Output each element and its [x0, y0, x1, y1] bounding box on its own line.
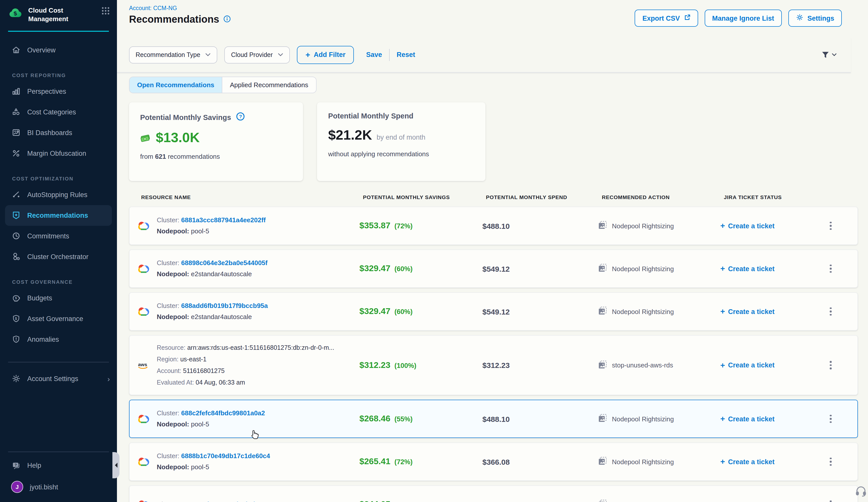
sidebar-collapse-handle[interactable] [112, 452, 120, 478]
table-row[interactable]: awsResource: arn:aws:rds:us-east-1:51161… [129, 335, 858, 395]
cluster-link[interactable]: 68898c064e3e2ba0e544005f [181, 259, 268, 266]
tab-open-recommendations[interactable]: Open Recommendations [130, 77, 222, 93]
cluster-link[interactable]: 6888b1c70e49db17c1de60c4 [181, 452, 270, 460]
info-icon[interactable] [223, 15, 231, 24]
spend-subtext: without applying recommendations [328, 150, 474, 158]
gcp-logo-icon [138, 457, 151, 467]
savings-percent: (72%) [394, 458, 413, 466]
tab-applied-recommendations[interactable]: Applied Recommendations [222, 77, 316, 93]
row-menu-button[interactable] [823, 263, 838, 275]
sidebar-item-recommendations[interactable]: Recommendations [5, 205, 112, 226]
sidebar-user[interactable]: J jyoti.bisht [0, 476, 117, 498]
sidebar-item-label: Recommendations [27, 212, 88, 219]
savings-total-value: $13.0K [156, 130, 200, 146]
app-switcher-icon[interactable] [101, 7, 110, 17]
ccm-logo-icon: $ [8, 7, 23, 20]
cluster-link[interactable]: 6881a3ccc887941a4ee202ff [181, 216, 266, 224]
sidebar-item-cluster-orchestrator[interactable]: Cluster Orchestrator [0, 247, 117, 267]
recommendation-type-dropdown[interactable]: Recommendation Type [129, 46, 217, 63]
spend-total-value: $21.2K [328, 127, 372, 143]
resource-cell: Cluster: 688add6fb019b17f9bccb95aNodepoo… [138, 300, 359, 323]
reset-filter-button[interactable]: Reset [397, 51, 415, 59]
potential-monthly-spend-card: Potential Monthly Spend $21.2K by end of… [317, 102, 485, 181]
row-menu-button[interactable] [823, 499, 838, 502]
create-ticket-button[interactable]: +Create a ticket [720, 457, 823, 466]
sidebar-item-perspectives[interactable]: Perspectives [0, 81, 117, 102]
field-label: Nodepool: [157, 463, 191, 471]
sidebar-item-account-settings[interactable]: Account Settings › [0, 368, 117, 389]
sidebar-item-help[interactable]: ? Help [0, 455, 117, 476]
table-row[interactable]: Cluster: 688add6fb019b17f9bccb95aNodepoo… [129, 292, 858, 331]
field-value: pool-5 [191, 463, 209, 471]
savings-value: $312.23 [359, 360, 390, 370]
field-value: 04 Aug, 06:33 am [196, 379, 245, 386]
plus-icon: + [720, 264, 725, 273]
savings-value: $244.05 [359, 500, 390, 502]
sidebar-item-label: Cost Categories [27, 108, 76, 116]
cluster-link[interactable]: 688c2fefc84fbdc99801a0a2 [181, 409, 265, 417]
filter-funnel-button[interactable] [821, 51, 837, 59]
resource-cell: Cluster: 6888b1c70e49db17c1de60c4Nodepoo… [138, 451, 359, 473]
table-row[interactable]: Cluster: 688c2fefc84fbdc99801a0a2Nodepoo… [129, 400, 858, 438]
cluster-link[interactable]: 6886e92f59a48cad86b5b1c6 [181, 501, 268, 502]
table-row[interactable]: Cluster: 6886e92f59a48cad86b5b1c6$244.05… [129, 485, 858, 502]
spend-value: $312.23 [482, 361, 598, 369]
sidebar-item-cost-categories[interactable]: Cost Categories [0, 102, 117, 123]
sidebar-item-bi-dashboards[interactable]: BI Dashboards [0, 123, 117, 143]
gcp-logo-icon [138, 264, 151, 274]
action-type-icon [598, 306, 607, 316]
save-filter-button[interactable]: Save [366, 51, 382, 59]
gcp-logo-icon [138, 500, 151, 502]
product-title: Cloud Cost Management [28, 7, 96, 24]
sidebar-item-label: Perspectives [27, 88, 66, 95]
create-ticket-button[interactable]: +Create a ticket [720, 221, 823, 230]
sidebar-item-overview[interactable]: Overview [0, 40, 117, 61]
sidebar-item-label: Anomalies [27, 336, 59, 343]
help-circle-icon[interactable]: ? [236, 112, 245, 123]
funnel-icon [821, 51, 830, 59]
create-ticket-button[interactable]: +Create a ticket [720, 360, 823, 370]
table-row[interactable]: Cluster: 6888b1c70e49db17c1de60c4Nodepoo… [129, 442, 858, 481]
sidebar-item-commitments[interactable]: Commitments [0, 226, 117, 247]
table-row[interactable]: Cluster: 68898c064e3e2ba0e544005fNodepoo… [129, 250, 858, 288]
recommended-action: Nodepool Rightsizing [598, 414, 720, 424]
export-csv-button[interactable]: Export CSV [635, 10, 698, 27]
row-menu-button[interactable] [823, 359, 838, 372]
create-ticket-button[interactable]: +Create a ticket [720, 414, 823, 423]
create-ticket-button[interactable]: +Create a ticket [720, 264, 823, 273]
plus-icon: + [720, 414, 725, 423]
sidebar-item-asset-governance[interactable]: $ Asset Governance [0, 308, 117, 329]
sidebar-item-autostopping-rules[interactable]: AutoStopping Rules [0, 185, 117, 205]
savings-percent: (72%) [394, 222, 413, 230]
action-type-icon [598, 221, 607, 231]
section-label: COST OPTIMIZATION [12, 176, 117, 181]
field-label: Nodepool: [157, 270, 191, 278]
page-header: Account: CCM-NG Recommendations Export C… [117, 0, 868, 37]
settings-button[interactable]: Settings [788, 10, 842, 27]
sidebar-item-margin-obfuscation[interactable]: Margin Obfuscation [0, 143, 117, 164]
gcp-logo-icon [138, 414, 151, 424]
create-ticket-button[interactable]: +Create a ticket [720, 307, 823, 316]
row-menu-button[interactable] [823, 413, 838, 425]
sidebar-item-anomalies[interactable]: Anomalies [0, 329, 117, 350]
field-label: Cluster: [157, 259, 181, 266]
row-menu-button[interactable] [823, 220, 838, 232]
create-ticket-button[interactable]: +Create a ticket [720, 500, 823, 502]
field-label: Account: [157, 367, 183, 374]
page-title: Recommendations [129, 14, 219, 25]
add-filter-button[interactable]: + Add Filter [297, 45, 354, 64]
manage-ignore-list-button[interactable]: Manage Ignore List [704, 10, 782, 27]
cluster-link[interactable]: 688add6fb019b17f9bccb95a [181, 302, 268, 310]
field-label: Cluster: [157, 452, 181, 460]
row-menu-button[interactable] [823, 456, 838, 468]
sidebar-item-label: Commitments [27, 232, 69, 240]
sidebar-item-budgets[interactable]: $ Budgets [0, 288, 117, 308]
support-headset-icon[interactable] [855, 485, 867, 499]
savings-value: $265.41 [359, 457, 390, 466]
row-menu-button[interactable] [823, 305, 838, 318]
savings-percent: (60%) [394, 308, 413, 315]
sidebar-item-label: Account Settings [27, 375, 79, 383]
table-row[interactable]: Cluster: 6881a3ccc887941a4ee202ffNodepoo… [129, 207, 858, 245]
cloud-provider-dropdown[interactable]: Cloud Provider [225, 46, 290, 63]
field-value: us-east-1 [180, 356, 206, 363]
